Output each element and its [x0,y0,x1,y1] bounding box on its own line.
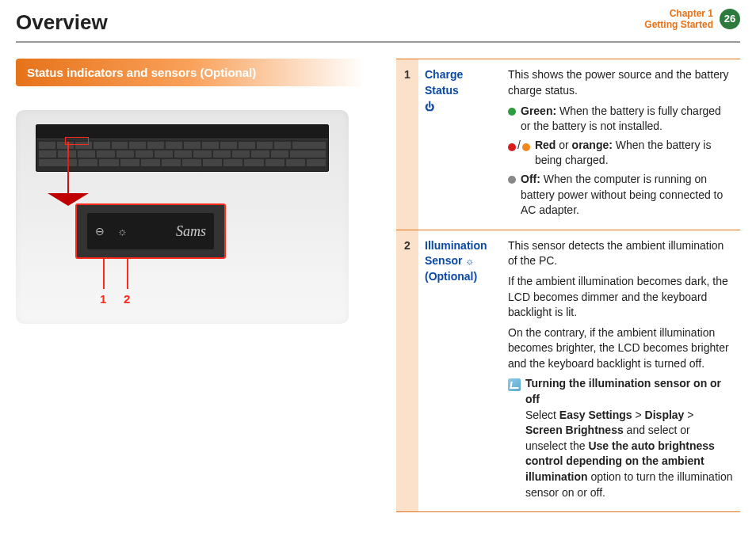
indicators-table: 1 Charge Status ⏻ This shows the power s… [396,59,740,512]
green-dot-icon [508,108,516,116]
pointer-1-icon [103,259,105,289]
table-row: 2 Illumination Sensor ☼ (Optional) This … [396,230,740,512]
header-right: Chapter 1 Getting Started 26 [644,8,740,31]
row-number: 2 [396,230,418,512]
content-area: Status indicators and sensors (Optional) [0,43,756,528]
zoom-panel: ⊖ ☼ Sams [75,203,226,259]
page-header: Overview Chapter 1 Getting Started 26 [0,0,756,36]
pointer-2-icon [127,259,128,289]
illumination-led-icon: ☼ [117,224,128,240]
sun-icon: ☼ [465,255,474,268]
left-column: Status indicators and sensors (Optional) [16,59,365,512]
red-dot-icon [508,143,516,151]
status-green: Green: When the battery is fully charged… [508,104,734,135]
page-title: Overview [16,8,108,36]
note-block: Turning the illumination sensor on or of… [508,376,734,500]
status-red-orange: / Red or orange: When the battery is bei… [508,138,734,169]
row-label: Charge Status ⏻ [418,59,502,230]
table-row: 1 Charge Status ⏻ This shows the power s… [396,59,740,230]
note-icon [508,378,521,391]
charge-status-icon: ⏻ [425,101,434,114]
keyboard-image [36,124,329,172]
section-heading: Status indicators and sensors (Optional) [16,59,365,86]
row-description: This shows the power source and the batt… [502,59,740,230]
row-label: Illumination Sensor ☼ (Optional) [418,230,502,512]
diagram-callout-1: 1 [100,291,106,307]
indicator-diagram: ⊖ ☼ Sams 1 2 [16,110,349,324]
orange-dot-icon [522,143,530,151]
chapter-name: Getting Started [644,19,713,30]
diagram-callout-2: 2 [124,291,130,307]
brand-text: Sams [176,222,206,241]
charge-led-icon: ⊖ [95,224,105,240]
row-description: This sensor detects the ambient illumina… [502,230,740,512]
grey-dot-icon [508,176,516,184]
status-off: Off: When the computer is running on bat… [508,172,734,219]
chapter-number: Chapter 1 [644,8,713,19]
right-column: 1 Charge Status ⏻ This shows the power s… [388,59,740,512]
row-number: 1 [396,59,418,230]
page-number-badge: 26 [720,9,740,29]
chapter-info: Chapter 1 Getting Started [644,8,713,31]
